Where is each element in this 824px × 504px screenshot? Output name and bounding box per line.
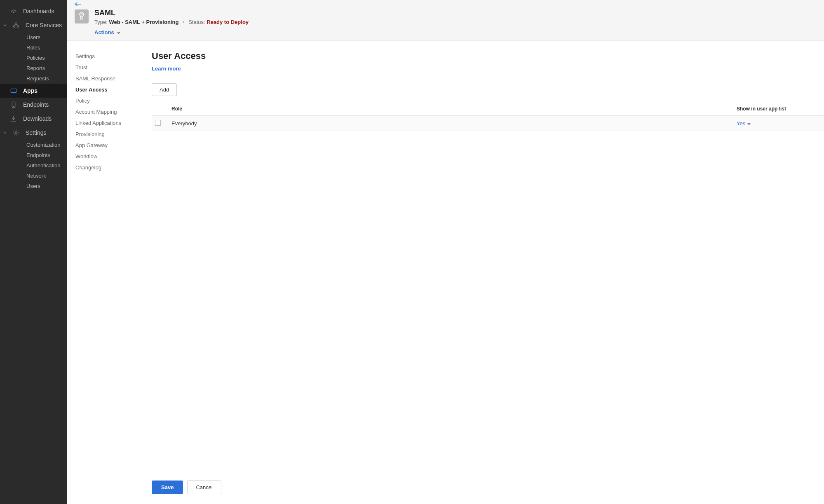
sidebar-sub-policies[interactable]: Policies [0, 53, 67, 63]
speedometer-icon [10, 7, 17, 15]
sidebar-sub-users[interactable]: Users [0, 181, 67, 191]
cell-role: Everybody [168, 117, 733, 130]
sidebar-item-label: Dashboards [23, 8, 54, 14]
tab-trust[interactable]: Trust [75, 62, 135, 73]
cluster-icon [12, 21, 20, 29]
tablet-icon [10, 101, 17, 108]
actions-label: Actions [94, 29, 114, 35]
svg-point-1 [15, 23, 17, 25]
content-pane: User Access Learn more Add Role Show in … [139, 41, 824, 504]
status-value: Ready to Deploy [207, 19, 249, 25]
show-in-list-dropdown[interactable]: Yes [737, 120, 751, 127]
chevron-down-icon [747, 120, 751, 127]
learn-more-link[interactable]: Learn more [152, 66, 824, 72]
tab-saml-response[interactable]: SAML Response [75, 73, 135, 84]
type-value: Web - SAML + Provisioning [109, 19, 178, 25]
table-row: Everybody Yes [152, 116, 824, 131]
sidebar-sub-reports[interactable]: Reports [0, 63, 67, 73]
svg-point-0 [13, 12, 14, 13]
add-button[interactable]: Add [152, 83, 177, 96]
tab-policy[interactable]: Policy [75, 95, 135, 106]
user-access-table: Role Show in user app list Everybody Yes [152, 102, 824, 131]
sidebar: Dashboards Core Services Users Roles Pol… [0, 0, 67, 504]
tab-provisioning[interactable]: Provisioning [75, 129, 135, 140]
sidebar-sub-endpoints[interactable]: Endpoints [0, 150, 67, 160]
actions-dropdown[interactable]: Actions [94, 29, 249, 35]
tab-user-access[interactable]: User Access [75, 84, 135, 95]
svg-point-2 [13, 26, 15, 28]
tab-workflow[interactable]: Workflow [75, 151, 135, 162]
svg-point-10 [81, 13, 82, 15]
tab-settings[interactable]: Settings [75, 51, 135, 62]
page-header: SAML Type: Web - SAML + Provisioning • S… [67, 0, 824, 41]
sidebar-sub-users[interactable]: Users [0, 32, 67, 42]
sidebar-item-label: Endpoints [23, 101, 49, 108]
sidebar-sub-authentication[interactable]: Authentication [0, 160, 67, 171]
back-button[interactable] [75, 2, 81, 8]
app-title: SAML [94, 9, 249, 17]
tab-account-mapping[interactable]: Account Mapping [75, 106, 135, 117]
separator-dot: • [180, 19, 187, 25]
column-header-show: Show in user app list [733, 102, 824, 115]
tab-linked-applications[interactable]: Linked Applications [75, 117, 135, 129]
chevron-down-icon [3, 131, 7, 134]
sidebar-item-label: Core Services [26, 22, 62, 28]
sidebar-sub-customization[interactable]: Customization [0, 140, 67, 150]
app-thumb [75, 9, 89, 23]
type-label: Type: [94, 19, 108, 25]
pane-title: User Access [152, 51, 824, 61]
sidebar-item-settings[interactable]: Settings [0, 126, 67, 140]
sidebar-sub-network[interactable]: Network [0, 171, 67, 181]
certificate-icon [77, 11, 86, 22]
gear-icon [12, 129, 20, 136]
svg-point-9 [80, 12, 84, 16]
status-label: Status: [188, 19, 205, 25]
main: SAML Type: Web - SAML + Provisioning • S… [67, 0, 824, 504]
sidebar-item-apps[interactable]: Apps [0, 84, 67, 98]
table-header-row: Role Show in user app list [152, 102, 824, 116]
sidebar-item-core-services[interactable]: Core Services [0, 18, 67, 32]
sidebar-item-endpoints[interactable]: Endpoints [0, 98, 67, 112]
row-checkbox[interactable] [155, 120, 161, 126]
svg-point-8 [15, 132, 17, 134]
sidebar-item-label: Apps [23, 87, 38, 94]
window-icon [10, 87, 17, 94]
svg-point-3 [17, 26, 19, 28]
sidebar-item-downloads[interactable]: Downloads [0, 112, 67, 126]
tabs-column: Settings Trust SAML Response User Access… [67, 41, 139, 504]
show-value: Yes [737, 120, 745, 127]
tab-app-gateway[interactable]: App Gateway [75, 140, 135, 151]
sidebar-item-dashboards[interactable]: Dashboards [0, 4, 67, 18]
column-header-role: Role [168, 102, 733, 115]
cancel-button[interactable]: Cancel [187, 481, 221, 494]
sidebar-item-label: Downloads [23, 115, 52, 122]
save-button[interactable]: Save [152, 481, 183, 494]
footer-buttons: Save Cancel [152, 473, 824, 504]
svg-rect-4 [11, 89, 16, 93]
sidebar-sub-requests[interactable]: Requests [0, 73, 67, 84]
chevron-down-icon [3, 23, 7, 27]
sidebar-item-label: Settings [26, 129, 47, 136]
download-icon [10, 115, 17, 122]
sidebar-sub-roles[interactable]: Roles [0, 42, 67, 53]
app-meta: Type: Web - SAML + Provisioning • Status… [94, 19, 249, 25]
chevron-down-icon [117, 29, 121, 35]
tab-changelog[interactable]: Changelog [75, 162, 135, 173]
